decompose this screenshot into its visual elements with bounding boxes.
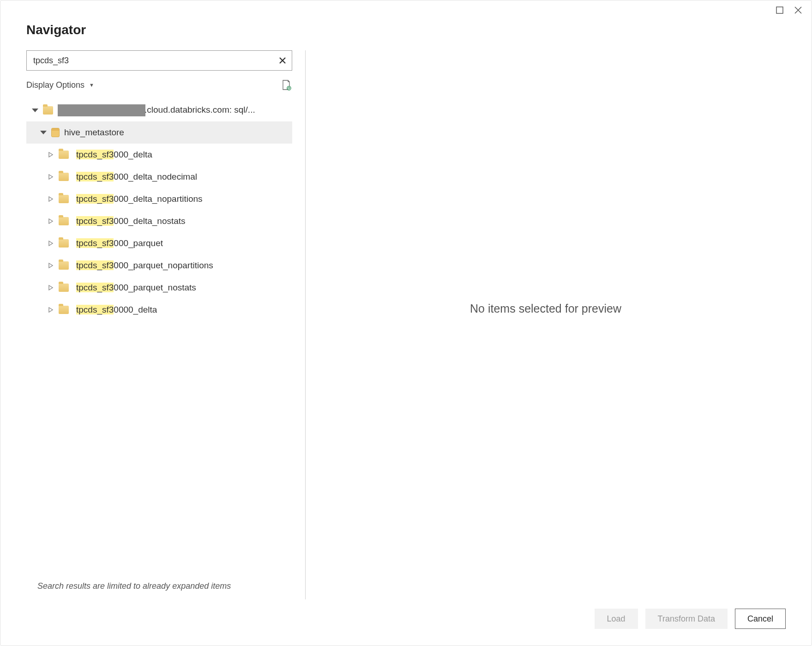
tree-node-label: tpcds_sf3000_delta_nopartitions	[76, 194, 203, 204]
search-field-wrap	[26, 50, 292, 71]
folder-icon	[59, 173, 69, 181]
tree-node-label: tpcds_sf3000_delta	[76, 150, 152, 160]
expander-icon[interactable]	[48, 284, 54, 291]
maximize-icon[interactable]	[776, 6, 784, 14]
folder-icon	[59, 217, 69, 225]
tree-node-label: tpcds_sf3000_parquet_nopartitions	[76, 260, 213, 271]
expander-icon[interactable]	[32, 107, 38, 114]
expander-icon[interactable]	[48, 218, 54, 224]
folder-icon	[59, 261, 69, 270]
expander-icon[interactable]	[40, 129, 47, 136]
transform-data-button[interactable]: Transform Data	[645, 609, 728, 629]
navigator-dialog: Navigator Display Options ▼	[0, 0, 812, 646]
tree-node-schema[interactable]: tpcds_sf3000_delta_nostats	[26, 210, 292, 232]
clear-search-icon[interactable]	[273, 51, 292, 70]
cancel-button[interactable]: Cancel	[735, 609, 786, 629]
tree-node-schema[interactable]: tpcds_sf3000_delta	[26, 144, 292, 166]
tree-node-label: hive_metastore	[64, 127, 124, 138]
tree-node-schema[interactable]: tpcds_sf3000_parquet_nostats	[26, 277, 292, 299]
display-options-label: Display Options	[26, 80, 84, 90]
tree-node-label: tpcds_sf3000_parquet	[76, 238, 163, 248]
tree-root-label: .cloud.databricks.com: sql/...	[58, 104, 255, 116]
folder-icon	[59, 151, 69, 159]
expander-icon[interactable]	[48, 262, 54, 269]
tree-node-metastore[interactable]: hive_metastore	[26, 121, 292, 144]
expander-icon[interactable]	[48, 174, 54, 180]
close-icon[interactable]	[794, 6, 802, 14]
tree-root-connection[interactable]: .cloud.databricks.com: sql/...	[26, 99, 292, 121]
tree-node-schema[interactable]: tpcds_sf30000_delta	[26, 299, 292, 321]
database-icon	[51, 128, 60, 137]
left-pane: Display Options ▼	[26, 50, 305, 604]
folder-icon	[59, 306, 69, 314]
navigator-tree[interactable]: .cloud.databricks.com: sql/... hive_meta…	[26, 99, 292, 573]
tree-node-label: tpcds_sf3000_parquet_nostats	[76, 283, 196, 293]
tree-node-schema[interactable]: tpcds_sf3000_delta_nopartitions	[26, 188, 292, 210]
folder-icon	[43, 106, 53, 115]
display-options-dropdown[interactable]: Display Options ▼	[26, 80, 94, 90]
tree-node-schema[interactable]: tpcds_sf3000_delta_nodecimal	[26, 166, 292, 188]
search-input[interactable]	[27, 51, 273, 70]
dialog-title: Navigator	[0, 14, 812, 50]
load-button[interactable]: Load	[595, 609, 638, 629]
expander-icon[interactable]	[48, 196, 54, 202]
expander-icon[interactable]	[48, 151, 54, 158]
tree-node-label: tpcds_sf3000_delta_nodecimal	[76, 172, 197, 182]
search-hint: Search results are limited to already ex…	[26, 573, 292, 604]
svg-rect-0	[776, 7, 783, 13]
expander-icon[interactable]	[48, 240, 54, 247]
button-row: Load Transform Data Cancel	[0, 604, 812, 646]
folder-icon	[59, 284, 69, 292]
refresh-icon[interactable]	[280, 79, 292, 91]
folder-icon	[59, 239, 69, 248]
preview-empty-text: No items selected for preview	[470, 302, 621, 315]
tree-node-schema[interactable]: tpcds_sf3000_parquet_nopartitions	[26, 254, 292, 277]
chevron-down-icon: ▼	[89, 82, 94, 88]
tree-node-schema[interactable]: tpcds_sf3000_parquet	[26, 232, 292, 254]
tree-node-label: tpcds_sf30000_delta	[76, 305, 157, 315]
svg-point-1	[287, 86, 291, 90]
redacted-host	[58, 104, 145, 116]
preview-pane: No items selected for preview	[306, 50, 786, 604]
titlebar	[0, 0, 812, 14]
folder-icon	[59, 195, 69, 203]
expander-icon[interactable]	[48, 307, 54, 313]
tree-node-label: tpcds_sf3000_delta_nostats	[76, 216, 186, 226]
